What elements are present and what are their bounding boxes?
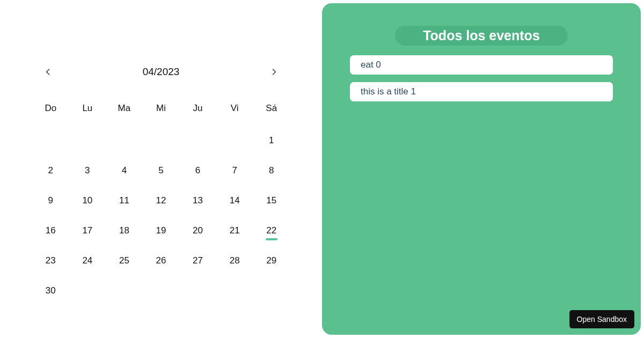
day-cell[interactable]: 21 bbox=[216, 223, 253, 238]
chevron-left-icon[interactable] bbox=[42, 65, 55, 78]
day-cell[interactable]: 19 bbox=[143, 223, 180, 238]
day-cell[interactable]: 13 bbox=[179, 193, 216, 208]
day-cell[interactable]: 9 bbox=[32, 193, 69, 208]
day-cell[interactable]: 24 bbox=[69, 253, 106, 268]
day-cell[interactable]: 20 bbox=[179, 223, 216, 238]
day-cell[interactable]: 12 bbox=[143, 193, 180, 208]
day-cell[interactable]: 11 bbox=[106, 193, 143, 208]
day-of-week-header: Ma bbox=[106, 103, 143, 118]
day-cell-empty bbox=[69, 133, 106, 148]
month-label: 04/2023 bbox=[143, 66, 180, 78]
day-of-week-header: Sá bbox=[253, 103, 290, 118]
day-cell[interactable]: 22 bbox=[253, 223, 290, 238]
day-cell[interactable]: 10 bbox=[69, 193, 106, 208]
day-cell[interactable]: 5 bbox=[143, 163, 180, 178]
day-cell[interactable]: 16 bbox=[32, 223, 69, 238]
events-pane: Todos los eventos eat 0this is a title 1 bbox=[322, 0, 644, 338]
day-of-week-header: Mi bbox=[143, 103, 180, 118]
day-cell-empty bbox=[143, 133, 180, 148]
day-cell[interactable]: 23 bbox=[32, 253, 69, 268]
day-cell[interactable]: 30 bbox=[32, 283, 69, 298]
day-cell-empty bbox=[216, 133, 253, 148]
open-sandbox-button[interactable]: Open Sandbox bbox=[569, 310, 634, 328]
day-cell[interactable]: 8 bbox=[253, 163, 290, 178]
day-of-week-header: Ju bbox=[179, 103, 216, 118]
day-of-week-header: Vi bbox=[216, 103, 253, 118]
calendar-pane: 04/2023 DoLuMaMiJuViSá123456789101112131… bbox=[0, 0, 322, 338]
day-of-week-header: Lu bbox=[69, 103, 106, 118]
day-cell[interactable]: 1 bbox=[253, 133, 290, 148]
day-cell[interactable]: 26 bbox=[143, 253, 180, 268]
day-cell[interactable]: 3 bbox=[69, 163, 106, 178]
day-of-week-header: Do bbox=[32, 103, 69, 118]
day-cell[interactable]: 15 bbox=[253, 193, 290, 208]
event-item[interactable]: eat 0 bbox=[350, 55, 613, 75]
events-card: Todos los eventos eat 0this is a title 1 bbox=[322, 3, 641, 335]
calendar-grid: DoLuMaMiJuViSá12345678910111213141516171… bbox=[0, 103, 322, 298]
day-cell[interactable]: 7 bbox=[216, 163, 253, 178]
day-cell[interactable]: 6 bbox=[179, 163, 216, 178]
day-cell[interactable]: 25 bbox=[106, 253, 143, 268]
day-cell[interactable]: 29 bbox=[253, 253, 290, 268]
day-cell-empty bbox=[32, 133, 69, 148]
event-item[interactable]: this is a title 1 bbox=[350, 82, 613, 101]
day-cell[interactable]: 17 bbox=[69, 223, 106, 238]
day-cell[interactable]: 4 bbox=[106, 163, 143, 178]
day-cell-empty bbox=[179, 133, 216, 148]
chevron-right-icon[interactable] bbox=[267, 65, 280, 78]
event-list: eat 0this is a title 1 bbox=[347, 55, 616, 101]
day-cell[interactable]: 18 bbox=[106, 223, 143, 238]
day-cell-empty bbox=[106, 133, 143, 148]
calendar-header: 04/2023 bbox=[0, 0, 322, 91]
events-panel-title: Todos los eventos bbox=[395, 26, 568, 46]
day-cell[interactable]: 27 bbox=[179, 253, 216, 268]
day-cell[interactable]: 2 bbox=[32, 163, 69, 178]
day-cell[interactable]: 28 bbox=[216, 253, 253, 268]
day-cell[interactable]: 14 bbox=[216, 193, 253, 208]
